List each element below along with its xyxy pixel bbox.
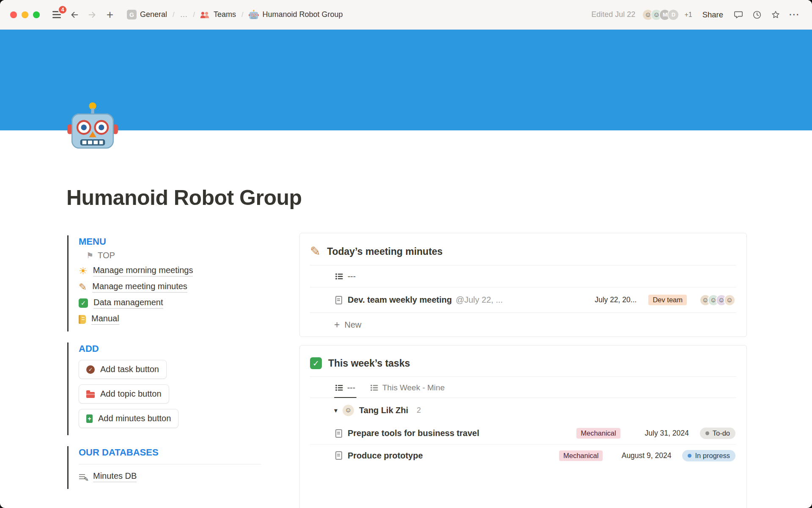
menu-item-label: Manual [91,314,119,325]
cover-image[interactable] [0,30,812,130]
tasks-view-tab-this-week-mine[interactable]: This Week - Mine [370,383,444,398]
minutes-table: --- Dev. team weekly meeting @July 22, .… [310,265,736,337]
view-tab-label: This Week - Mine [382,383,444,392]
comments-button[interactable] [731,7,746,22]
menu-link-manual[interactable]: Manual [79,314,119,325]
collaborator-avatar: D [667,9,679,21]
breadcrumb-separator: / [193,11,195,19]
status-label: To-do [713,429,730,437]
sun-icon: ☀ [79,266,88,276]
assignee-avatar: ☺ [343,405,354,416]
status-badge-in-progress: In progress [682,450,735,461]
minutes-row-date: July 22, 20... [595,295,636,304]
writing-hand-icon: ✎ [79,282,87,292]
share-button[interactable]: Share [698,8,727,22]
tasks-view-tab-default[interactable]: --- [335,383,355,398]
mechanical-tag: Mechanical [576,428,620,439]
breadcrumb-item-workspace[interactable]: G General [123,8,170,22]
menu-link-meeting-minutes[interactable]: ✎ Manage meeting minutes [79,282,187,293]
titlebar: 4 + G General / … / Teams / Humanoid Rob… [0,0,812,30]
folder-icon [86,392,95,398]
menu-link-data-management[interactable]: ✓ Data management [79,298,163,309]
titlebar-right: Edited Jul 22 ☺ ☺ M D +1 Share ⋯ [591,7,802,22]
minutes-row[interactable]: Dev. team weekly meeting @July 22, ... J… [310,287,736,313]
task-due-date: July 31, 2024 [635,429,689,438]
dev-team-tag: Dev team [648,295,687,305]
tasks-card-title: This week’s tasks [328,358,410,369]
comment-icon [734,10,743,19]
new-tab-button[interactable]: + [102,7,118,22]
traffic-lights [10,11,40,18]
minutes-card-header: ✎ Today’s meeting minutes [300,233,746,265]
new-minutes-row-button[interactable]: + New [310,313,736,337]
back-button[interactable] [67,7,82,22]
attendee-avatar: ☺ [724,294,735,306]
mechanical-tag: Mechanical [559,450,603,461]
top-link-label: TOP [98,251,115,260]
menu-section: MENU ⚑ TOP ☀ Manage morning meetings ✎ M… [67,235,261,331]
robot-icon [249,10,259,20]
menu-link-morning-meetings[interactable]: ☀ Manage morning meetings [79,265,193,276]
ledger-icon [79,315,86,324]
breadcrumb-workspace-label: General [140,10,167,19]
minimize-window-button[interactable] [22,11,28,18]
task-check-icon: ✓ [86,365,95,374]
clock-icon [752,10,762,19]
breadcrumb-separator: / [241,11,244,19]
favorite-button[interactable] [768,7,783,22]
view-tab-label: --- [347,383,355,392]
page-title: Humanoid Robot Group [66,185,302,210]
tasks-table: --- This Week - Mine ▾ ☺ Tang Lik Zhi 2 … [310,376,736,467]
page-icon-robot[interactable] [67,102,118,153]
task-row[interactable]: Produce prototype Mechanical August 9, 2… [310,444,736,467]
minutes-card-title: Today’s meeting minutes [327,246,443,257]
plus-icon: + [334,320,340,330]
star-icon [771,10,780,19]
breadcrumb-ellipsis[interactable]: … [177,8,191,21]
breadcrumb-item-page[interactable]: Humanoid Robot Group [245,8,346,22]
plus-icon: + [107,9,113,21]
more-options-button[interactable]: ⋯ [787,7,802,22]
writing-hand-icon: ✎ [310,245,321,258]
tasks-view-tabs: --- This Week - Mine [310,377,736,398]
memo-icon [79,472,88,481]
task-row[interactable]: Prepare tools for business travel Mechan… [310,422,736,444]
menu-item-label: Manage morning meetings [93,265,193,276]
add-topic-label: Add topic button [100,389,162,399]
status-dot [705,431,709,435]
minutes-view-tab[interactable]: --- [310,265,736,287]
notification-badge: 4 [58,5,67,14]
hamburger-icon [52,14,61,15]
menu-item-label: Manage meeting minutes [92,282,187,293]
add-task-button[interactable]: ✓ Add task button [79,360,167,379]
green-file-icon [86,414,93,423]
edited-timestamp: Edited Jul 22 [591,10,635,19]
view-tab-label: --- [348,272,356,281]
ellipsis-icon: ⋯ [789,12,800,17]
add-section: ADD ✓ Add task button Add topic button A… [67,342,261,435]
collaborator-avatar-stack[interactable]: ☺ ☺ M D [642,9,679,21]
zoom-window-button[interactable] [33,11,40,18]
weekly-tasks-card: ✓ This week’s tasks --- This Week - Mine… [299,345,747,508]
add-minutes-button[interactable]: Add minutes button [79,409,178,428]
close-window-button[interactable] [10,11,17,18]
collapse-triangle-icon[interactable]: ▾ [334,406,337,414]
minutes-db-label: Minutes DB [93,471,137,482]
task-due-date: August 9, 2024 [617,451,671,460]
add-minutes-label: Add minutes button [98,414,171,423]
menu-link-minutes-db[interactable]: Minutes DB [79,471,137,482]
tasks-card-header: ✓ This week’s tasks [300,345,746,376]
add-topic-button[interactable]: Add topic button [79,384,169,403]
attendee-avatar-stack: ☺ ☺ ☺ ☺ [700,294,735,306]
menu-link-top[interactable]: ⚑ TOP [86,251,115,260]
forward-button[interactable] [85,7,100,22]
collaborator-overflow-count[interactable]: +1 [684,11,692,19]
sidebar-toggle-button[interactable]: 4 [49,7,64,22]
history-button[interactable] [749,7,765,22]
page-document-icon [335,429,342,438]
green-check-icon: ✓ [310,357,322,369]
breadcrumb-item-teams[interactable]: Teams [197,8,239,21]
assignee-group-row: ▾ ☺ Tang Lik Zhi 2 [310,398,736,422]
teams-people-icon [200,11,210,18]
breadcrumb-teams-label: Teams [214,10,236,19]
